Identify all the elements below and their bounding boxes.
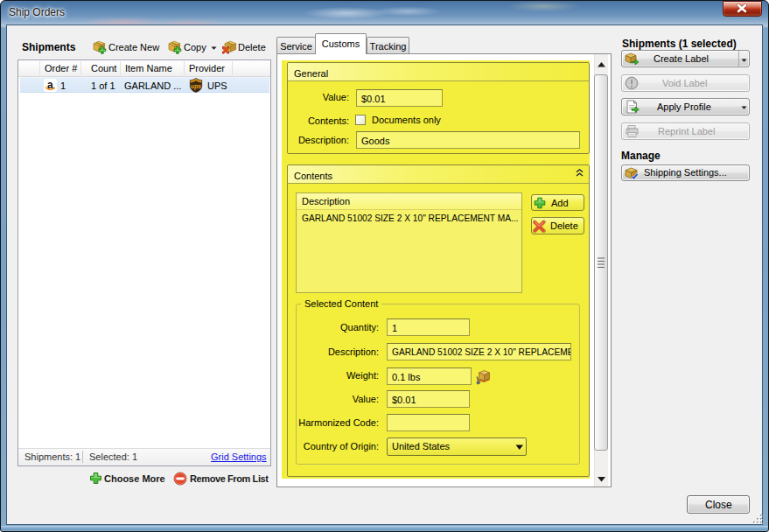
svg-text:ups: ups (191, 83, 201, 90)
